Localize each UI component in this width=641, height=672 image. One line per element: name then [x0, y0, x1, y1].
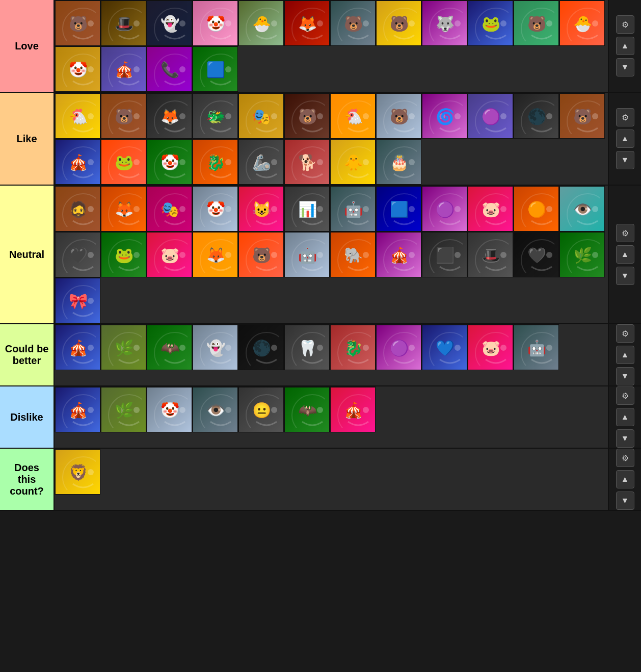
list-item[interactable]: 🐷	[467, 186, 513, 231]
list-item[interactable]: 🐲	[192, 93, 238, 139]
move-up-button[interactable]: ▲	[616, 408, 634, 426]
list-item[interactable]: 🤖	[513, 324, 559, 370]
list-item[interactable]: 🟣	[376, 324, 421, 370]
list-item[interactable]: 🐻	[513, 0, 559, 46]
move-down-button[interactable]: ▼	[616, 492, 634, 510]
list-item[interactable]: 🐻	[376, 0, 421, 46]
list-item[interactable]: 💙	[421, 324, 467, 370]
list-item[interactable]: 🦊	[284, 0, 330, 46]
list-item[interactable]: 🌿	[100, 386, 146, 432]
settings-button[interactable]: ⚙	[616, 108, 634, 126]
list-item[interactable]: 🐔	[55, 93, 100, 139]
list-item[interactable]: 😐	[238, 386, 284, 432]
move-up-button[interactable]: ▲	[616, 130, 634, 148]
list-item[interactable]: 🎂	[376, 139, 421, 185]
move-up-button[interactable]: ▲	[616, 470, 634, 488]
list-item[interactable]: 🎪	[330, 386, 376, 432]
list-item[interactable]: 🌿	[559, 231, 605, 277]
move-down-button[interactable]: ▼	[616, 267, 634, 285]
list-item[interactable]: 🐷	[467, 324, 513, 370]
list-item[interactable]: 🐸	[467, 0, 513, 46]
list-item[interactable]: 📞	[146, 46, 192, 92]
list-item[interactable]: 🟠	[513, 186, 559, 231]
list-item[interactable]: 🌀	[421, 93, 467, 139]
list-item[interactable]: 📊	[284, 186, 330, 231]
list-item[interactable]: 🐻	[55, 0, 100, 46]
list-item[interactable]: 🤖	[284, 231, 330, 277]
list-item[interactable]: 🟣	[467, 93, 513, 139]
list-item[interactable]: 🎪	[55, 386, 100, 432]
move-up-button[interactable]: ▲	[616, 245, 634, 264]
settings-button[interactable]: ⚙	[616, 449, 634, 467]
list-item[interactable]: 🎩	[467, 231, 513, 277]
list-item[interactable]: 🐻	[559, 93, 605, 139]
list-item[interactable]: 🐉	[192, 139, 238, 185]
list-item[interactable]: 🦾	[238, 139, 284, 185]
list-item[interactable]: 🐸	[100, 231, 146, 277]
list-item[interactable]: 😺	[238, 186, 284, 231]
list-item[interactable]: 👁️	[192, 386, 238, 432]
list-item[interactable]: 🐣	[559, 0, 605, 46]
list-item[interactable]: 👻	[192, 324, 238, 370]
list-item[interactable]: 🐕	[284, 139, 330, 185]
list-item[interactable]: 🖤	[55, 231, 100, 277]
list-item[interactable]: 🤡	[55, 46, 100, 92]
list-item[interactable]: 🦷	[284, 324, 330, 370]
move-up-button[interactable]: ▲	[616, 346, 634, 364]
list-item[interactable]: 🦊	[146, 93, 192, 139]
list-item[interactable]: 🤡	[146, 139, 192, 185]
list-item[interactable]: 🎪	[55, 324, 100, 370]
list-item[interactable]: 🟦	[376, 186, 421, 231]
list-item[interactable]: 🐷	[146, 231, 192, 277]
list-item[interactable]: 🌑	[238, 324, 284, 370]
list-item[interactable]: 🤡	[192, 186, 238, 231]
list-item[interactable]: 🖤	[513, 231, 559, 277]
list-item[interactable]: 🎀	[55, 277, 100, 323]
list-item[interactable]: 🎪	[55, 139, 100, 185]
list-item[interactable]: 🌑	[513, 93, 559, 139]
list-item[interactable]: 🦊	[100, 186, 146, 231]
list-item[interactable]: ⬛	[421, 231, 467, 277]
list-item[interactable]: 🦁	[55, 449, 100, 495]
list-item[interactable]: 🐔	[330, 93, 376, 139]
list-item[interactable]: 🦊	[192, 231, 238, 277]
list-item[interactable]: 🎩	[100, 0, 146, 46]
settings-button[interactable]: ⚙	[616, 15, 634, 34]
list-item[interactable]: 🐣	[238, 0, 284, 46]
list-item[interactable]: 🐥	[330, 139, 376, 185]
move-down-button[interactable]: ▼	[616, 429, 634, 448]
list-item[interactable]: 🎭	[238, 93, 284, 139]
list-item[interactable]: 🐻	[330, 0, 376, 46]
list-item[interactable]: 🤖	[330, 186, 376, 231]
list-item[interactable]: 🐺	[421, 0, 467, 46]
list-item[interactable]: 🐸	[100, 139, 146, 185]
list-item[interactable]: 🐻	[376, 93, 421, 139]
list-item[interactable]: 🎭	[146, 186, 192, 231]
settings-button[interactable]: ⚙	[616, 224, 634, 242]
list-item[interactable]: 🐘	[330, 231, 376, 277]
list-item[interactable]: 🟦	[192, 46, 238, 92]
svg-point-32	[546, 20, 552, 27]
list-item[interactable]: 🌿	[100, 324, 146, 370]
settings-button[interactable]: ⚙	[616, 324, 634, 343]
move-up-button[interactable]: ▲	[616, 37, 634, 55]
move-down-button[interactable]: ▼	[616, 58, 634, 76]
list-item[interactable]: 🦇	[146, 324, 192, 370]
list-item[interactable]: 🐻	[284, 93, 330, 139]
list-item[interactable]: 🦇	[284, 386, 330, 432]
list-item[interactable]: 🎪	[100, 46, 146, 92]
list-item[interactable]: 👻	[146, 0, 192, 46]
settings-button[interactable]: ⚙	[616, 386, 634, 405]
move-down-button[interactable]: ▼	[616, 367, 634, 385]
move-down-button[interactable]: ▼	[616, 151, 634, 169]
svg-point-134	[455, 206, 461, 212]
list-item[interactable]: 🐉	[330, 324, 376, 370]
list-item[interactable]: 🤡	[146, 386, 192, 432]
list-item[interactable]: 👁️	[559, 186, 605, 231]
list-item[interactable]: 🟣	[421, 186, 467, 231]
list-item[interactable]: 🧔	[55, 186, 100, 231]
list-item[interactable]: 🤡	[192, 0, 238, 46]
list-item[interactable]: 🎪	[376, 231, 421, 277]
list-item[interactable]: 🐻	[100, 93, 146, 139]
list-item[interactable]: 🐻	[238, 231, 284, 277]
